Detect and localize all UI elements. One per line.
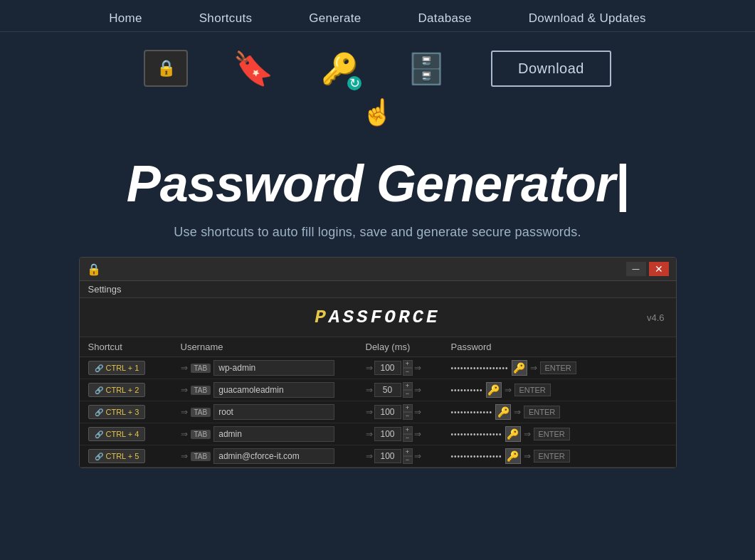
link-icon: 🔗 — [95, 408, 103, 416]
delay-cell: ⇒ + − ⇒ — [366, 382, 451, 398]
password-reveal-button-1[interactable]: 🔑 — [486, 382, 502, 398]
stepper-up-0[interactable]: + — [403, 360, 413, 368]
username-input-2[interactable] — [213, 404, 334, 420]
hero-subtitle: Use shortcuts to auto fill logins, save … — [0, 225, 755, 240]
enter-button-4[interactable]: ENTER — [534, 450, 570, 463]
password-cell: •••••••••••••••••• 🔑 ⇒ ENTER — [451, 360, 667, 376]
nav-shortcuts[interactable]: Shortcuts — [171, 6, 281, 31]
minimize-button[interactable]: ─ — [626, 262, 646, 276]
username-input-1[interactable] — [213, 382, 334, 398]
stepper-up-4[interactable]: + — [403, 448, 413, 456]
delay-arrow-icon: ⇒ — [366, 429, 373, 439]
database-icon: 🗄️ — [404, 46, 448, 90]
pointer-icon: ☝️ — [361, 97, 394, 127]
enter-button-3[interactable]: ENTER — [534, 428, 570, 440]
stepper-up-2[interactable]: + — [403, 404, 413, 412]
col-username: Username — [181, 342, 366, 352]
shortcut-button-3[interactable]: 🔗 CTRL + 4 — [88, 427, 146, 441]
username-input-3[interactable] — [213, 426, 334, 442]
nav-generate[interactable]: Generate — [280, 6, 389, 31]
stepper-down-1[interactable]: − — [403, 390, 413, 398]
home-icon-wrapper[interactable] — [144, 46, 188, 90]
logo-rest: ASSFORCE — [329, 307, 440, 328]
tab-badge: TAB — [191, 452, 211, 461]
col-shortcut: Shortcut — [88, 342, 181, 352]
stepper-down-2[interactable]: − — [403, 412, 413, 420]
app-header: PASSFORCE v4.6 — [80, 298, 676, 337]
delay-arrow-icon: ⇒ — [366, 451, 373, 461]
link-icon: 🔗 — [95, 430, 103, 438]
password-reveal-button-2[interactable]: 🔑 — [495, 404, 511, 420]
shortcuts-icon-wrapper[interactable]: 🔖 — [231, 46, 275, 90]
shortcut-button-0[interactable]: 🔗 CTRL + 1 — [88, 361, 146, 375]
stepper-down-0[interactable]: − — [403, 368, 413, 376]
username-cell: ⇒ TAB — [181, 426, 366, 442]
database-icon-wrapper[interactable]: 🗄️ — [404, 46, 448, 90]
shortcut-button-2[interactable]: 🔗 CTRL + 3 — [88, 405, 146, 419]
arrow-right-icon: ⇒ — [181, 363, 188, 373]
app-window: 🔒 ─ ✕ Settings PASSFORCE v4.6 Shortcut U… — [79, 257, 677, 468]
nav-database[interactable]: Database — [390, 6, 500, 31]
post-delay-arrow-icon: ⇒ — [414, 407, 421, 417]
stepper-up-3[interactable]: + — [403, 426, 413, 434]
username-input-4[interactable] — [213, 448, 334, 464]
titlebar-controls: ─ ✕ — [626, 262, 669, 276]
delay-stepper-0: + − — [403, 360, 413, 376]
delay-input-2[interactable] — [374, 405, 401, 419]
settings-menu-item[interactable]: Settings — [88, 284, 122, 295]
table-row: 🔗 CTRL + 5 ⇒ TAB ⇒ + − ⇒ •••••••••••••••… — [80, 445, 676, 467]
delay-input-3[interactable] — [374, 427, 401, 441]
password-dots: ••••••••••••• — [451, 408, 493, 416]
shortcut-label: CTRL + 2 — [106, 386, 139, 394]
delay-cell: ⇒ + − ⇒ — [366, 404, 451, 420]
delay-input-0[interactable] — [374, 361, 401, 375]
pw-arrow-icon: ⇒ — [530, 363, 537, 373]
username-input-0[interactable] — [213, 360, 334, 376]
tab-badge: TAB — [191, 386, 211, 395]
shortcut-label: CTRL + 4 — [106, 430, 139, 438]
password-cell: ••••••••••••• 🔑 ⇒ ENTER — [451, 404, 667, 420]
close-button[interactable]: ✕ — [649, 262, 669, 276]
pw-arrow-icon: ⇒ — [514, 407, 521, 417]
shortcut-label: CTRL + 5 — [106, 452, 139, 460]
stepper-up-1[interactable]: + — [403, 382, 413, 390]
shortcut-cell: 🔗 CTRL + 3 — [88, 405, 181, 419]
arrow-right-icon: ⇒ — [181, 385, 188, 395]
password-cell: •••••••••• 🔑 ⇒ ENTER — [451, 382, 667, 398]
shortcut-cell: 🔗 CTRL + 4 — [88, 427, 181, 441]
shortcuts-icon: 🔖 — [231, 46, 275, 90]
delay-input-4[interactable] — [374, 449, 401, 463]
enter-button-1[interactable]: ENTER — [514, 384, 551, 396]
delay-cell: ⇒ + − ⇒ — [366, 448, 451, 464]
arrow-right-icon: ⇒ — [181, 451, 188, 461]
password-reveal-button-3[interactable]: 🔑 — [505, 426, 521, 442]
password-reveal-button-0[interactable]: 🔑 — [512, 360, 527, 376]
titlebar-left: 🔒 — [87, 263, 101, 276]
cursor-area: ☝️ — [0, 97, 755, 127]
shortcut-button-4[interactable]: 🔗 CTRL + 5 — [88, 449, 146, 463]
enter-button-2[interactable]: ENTER — [524, 406, 560, 418]
password-reveal-button-4[interactable]: 🔑 — [505, 448, 521, 464]
download-button[interactable]: Download — [491, 51, 611, 87]
app-version: v4.6 — [647, 312, 665, 323]
enter-button-0[interactable]: ENTER — [540, 361, 576, 374]
nav-home[interactable]: Home — [80, 6, 171, 31]
arrow-right-icon: ⇒ — [181, 407, 188, 417]
stepper-down-4[interactable]: − — [403, 456, 413, 464]
shortcut-button-1[interactable]: 🔗 CTRL + 2 — [88, 383, 146, 397]
shortcut-cell: 🔗 CTRL + 5 — [88, 449, 181, 463]
delay-input-1[interactable] — [374, 383, 401, 397]
home-app-icon — [144, 46, 188, 90]
shortcut-cell: 🔗 CTRL + 2 — [88, 383, 181, 397]
nav-download-updates[interactable]: Download & Updates — [500, 6, 675, 31]
generate-icon-wrapper[interactable]: 🔑 ↻ — [317, 46, 361, 90]
table-row: 🔗 CTRL + 4 ⇒ TAB ⇒ + − ⇒ •••••••••••••••… — [80, 423, 676, 445]
post-delay-arrow-icon: ⇒ — [414, 429, 421, 439]
delay-arrow-icon: ⇒ — [366, 363, 373, 373]
username-cell: ⇒ TAB — [181, 382, 366, 398]
password-dots: •••••••••••••••• — [451, 430, 502, 438]
stepper-down-3[interactable]: − — [403, 434, 413, 442]
home-lock-icon — [144, 50, 188, 87]
link-icon: 🔗 — [95, 386, 103, 394]
arrow-right-icon: ⇒ — [181, 429, 188, 439]
